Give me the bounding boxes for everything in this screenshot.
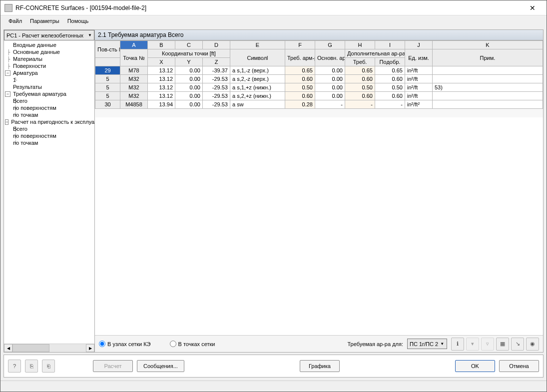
cell-base[interactable]: 0.00 [315,66,345,75]
col-G[interactable]: G [315,41,345,49]
loadcase-combo[interactable]: РС1 - Расчет железобетонных ▼ [4,30,94,40]
cancel-button[interactable]: Отмена [499,360,539,372]
navigator-panel: РС1 - Расчет железобетонных ▼ Входные да… [4,30,95,352]
cell-asel[interactable]: 0.65 [375,66,405,75]
col-I[interactable]: I [375,41,405,49]
scroll-thumb[interactable] [12,344,49,352]
tree-results[interactable]: Результаты [4,83,94,90]
tree-total1[interactable]: ├Всего [4,97,94,104]
cell-surf[interactable]: 29 [95,66,120,75]
tree-materials[interactable]: ├Материалы [4,55,94,62]
hdr-addsel[interactable]: Подобр. [375,58,405,66]
window-title: RF-CONCRETE Surfaces - [001594-model-fil… [15,4,523,11]
tree-service[interactable]: −Расчет на пригодность к эксплуатации [4,118,94,125]
eye-icon[interactable]: ◉ [526,338,539,351]
import-icon[interactable]: ⎗ [42,360,55,373]
cell-req[interactable]: 0.65 [285,66,315,75]
tree-reinf[interactable]: −Арматура [4,69,94,76]
radio-fe-nodes-input[interactable] [99,341,105,347]
hdr-unit[interactable]: Ед. изм. [405,49,433,66]
radio-grid-points-input[interactable] [170,341,176,347]
menu-bar: Файл Параметры Помощь [0,15,547,26]
hdr-symbol[interactable]: Символl [230,49,285,66]
cell-sym[interactable]: a s,1,-z (верх.) [230,66,285,75]
table-row[interactable]: 29 M78 13.12 0.00 -39.37 a s,1,-z (верх.… [95,66,543,75]
minus-icon[interactable]: − [5,119,8,125]
minus-icon[interactable]: − [5,91,10,97]
menu-file[interactable]: Файл [4,16,26,25]
graphics-button[interactable]: Графика [300,360,340,372]
hdr-basereinf[interactable]: Основн. ар-ра [315,49,345,66]
tree-reinf-1[interactable]: └1 [4,76,94,83]
hdr-addreinf[interactable]: Дополнительная ар-ра [345,49,405,58]
export-icon[interactable]: ⎘ [25,360,38,373]
cell-x[interactable]: 13.12 [148,66,175,75]
filter-icon[interactable]: ▾ [466,338,479,351]
limitstate-select[interactable]: ПС 1г/ПС 2 ▼ [407,339,447,349]
columns-icon[interactable]: ▦ [496,338,509,351]
pick-icon[interactable]: ↘ [511,338,524,351]
ok-button[interactable]: OK [455,360,495,372]
menu-help[interactable]: Помощь [63,16,93,25]
radio-fe-nodes[interactable]: В узлах сетки КЭ [99,341,151,347]
col-J[interactable]: J [405,41,433,49]
tree-total2[interactable]: ├Всего [4,125,94,132]
tree-bypoint1[interactable]: └по точкам [4,111,94,118]
col-E[interactable]: E [230,41,285,49]
col-D[interactable]: D [203,41,230,49]
radio-grid-points[interactable]: В точках сетки [170,341,215,347]
cell-z[interactable]: -39.37 [203,66,230,75]
tree-reqreinf[interactable]: −Требуемая арматура [4,90,94,97]
hdr-reqreinf[interactable]: Треб. арм-ра [285,49,315,66]
table-row[interactable]: 5 M32 13.12 0.00 -29.53 a s,2,-z (верх.)… [95,75,543,83]
close-button[interactable]: ✕ [523,0,543,15]
hdr-x[interactable]: X [148,58,175,66]
cell-areq[interactable]: 0.65 [345,66,375,75]
col-B[interactable]: B [148,41,175,49]
table-row[interactable]: 5 M32 13.12 0.00 -29.53 a s,2,+z (нижн.)… [95,92,543,100]
minus-icon[interactable]: − [5,70,10,76]
body: РС1 - Расчет железобетонных ▼ Входные да… [0,26,547,381]
grid-area[interactable]: Пов-сть № A B C D E F G H I J [95,40,543,335]
cell-pt[interactable]: M78 [120,66,148,75]
scroll-track[interactable] [12,344,86,352]
hdr-y[interactable]: Y [175,58,203,66]
hdr-coords[interactable]: Координаты точки [ft] [148,49,230,58]
table-row[interactable]: 30 M4858 13.94 0.00 -29.53 a sw 0.28 - -… [95,100,543,109]
hdr-addreq[interactable]: Треб. [345,58,375,66]
info-icon[interactable]: ℹ [451,338,464,351]
hdr-z[interactable]: Z [203,58,230,66]
tree-bysurf1[interactable]: ├по поверхностям [4,104,94,111]
calc-button[interactable]: Расчет [93,360,133,372]
tree-bypoint2[interactable]: └по точкам [4,139,94,146]
tree-surfaces[interactable]: ├Поверхности [4,62,94,69]
tree-bysurf2[interactable]: ├по поверхностям [4,132,94,139]
radio-fe-nodes-label: В узлах сетки КЭ [107,341,151,347]
col-K[interactable]: K [433,41,543,49]
title-bar: RF-CONCRETE Surfaces - [001594-model-fil… [0,0,547,15]
col-surface[interactable]: Пов-сть № [95,41,120,58]
tree-hscroll[interactable]: ◀ ▶ [4,344,94,352]
panel-title: 2.1 Требуемая арматура Всего [95,30,543,40]
cell-note[interactable] [433,66,543,75]
col-C[interactable]: C [175,41,203,49]
tree-basic[interactable]: ├Основные данные [4,48,94,55]
navigator-tree[interactable]: Входные данные ├Основные данные ├Материа… [4,40,94,344]
col-H[interactable]: H [345,41,375,49]
messages-button[interactable]: Сообщения... [137,360,184,372]
menu-params[interactable]: Параметры [26,16,63,25]
scroll-left-icon[interactable]: ◀ [4,344,12,352]
sort-icon[interactable]: ▿ [481,338,494,351]
grid-body: 29 M78 13.12 0.00 -39.37 a s,1,-z (верх.… [95,66,543,117]
tree-input[interactable]: Входные данные [4,41,94,48]
hdr-point[interactable]: Точка № [120,49,148,66]
results-table[interactable]: Пов-сть № A B C D E F G H I J [95,40,543,117]
col-A[interactable]: A [120,41,148,49]
cell-unit[interactable]: in²/ft [405,66,433,75]
cell-y[interactable]: 0.00 [175,66,203,75]
col-F[interactable]: F [285,41,315,49]
scroll-right-icon[interactable]: ▶ [86,344,94,352]
hdr-note[interactable]: Прим. [433,49,543,66]
help-icon[interactable]: ? [8,360,21,373]
table-row[interactable]: 5 M32 13.12 0.00 -29.53 a s,1,+z (нижн.)… [95,83,543,92]
